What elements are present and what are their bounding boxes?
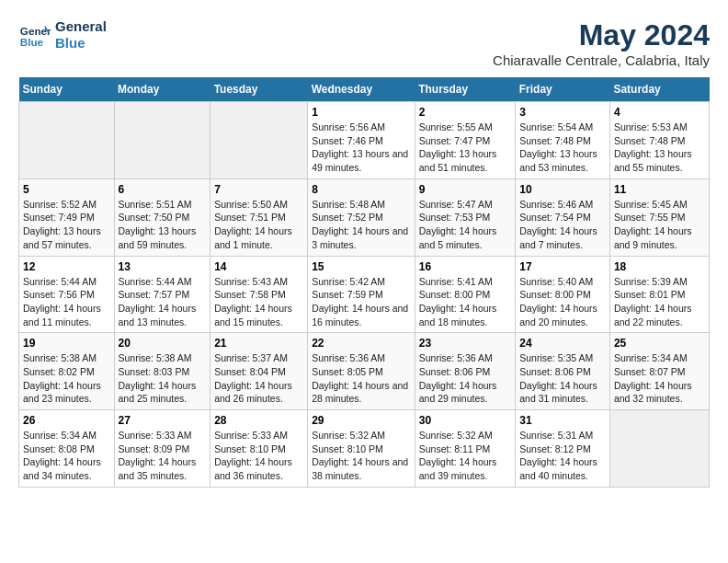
day-number: 18 [614,260,705,273]
weekday-header-wednesday: Wednesday [308,77,415,102]
calendar-day-cell: 17 Sunrise: 5:40 AMSunset: 8:00 PMDaylig… [516,256,610,333]
calendar-day-cell: 20 Sunrise: 5:38 AMSunset: 8:03 PMDaylig… [114,333,210,410]
day-info: Sunrise: 5:53 AMSunset: 7:48 PMDaylight:… [614,121,705,175]
day-number: 2 [419,106,512,119]
calendar-day-cell [114,102,210,179]
day-number: 31 [519,414,606,427]
day-info: Sunrise: 5:42 AMSunset: 7:59 PMDaylight:… [312,275,411,329]
day-number: 13 [119,260,207,273]
calendar-day-cell: 10 Sunrise: 5:46 AMSunset: 7:54 PMDaylig… [516,178,610,256]
day-info: Sunrise: 5:56 AMSunset: 7:46 PMDaylight:… [312,121,411,175]
day-info: Sunrise: 5:36 AMSunset: 8:06 PMDaylight:… [419,351,512,406]
calendar-day-cell: 19 Sunrise: 5:38 AMSunset: 8:02 PMDaylig… [19,333,115,410]
calendar-day-cell: 7 Sunrise: 5:50 AMSunset: 7:51 PMDayligh… [210,178,308,256]
logo-icon: General Blue [18,18,51,52]
day-info: Sunrise: 5:40 AMSunset: 8:00 PMDaylight:… [519,275,606,329]
day-info: Sunrise: 5:32 AMSunset: 8:11 PMDaylight:… [419,429,512,483]
day-info: Sunrise: 5:36 AMSunset: 8:05 PMDaylight:… [312,351,411,406]
day-number: 10 [519,183,606,196]
day-number: 4 [614,106,705,119]
calendar-day-cell: 13 Sunrise: 5:44 AMSunset: 7:57 PMDaylig… [114,256,210,333]
page-header: General Blue General Blue May 2024 Chiar… [18,18,710,68]
calendar-day-cell: 8 Sunrise: 5:48 AMSunset: 7:52 PMDayligh… [308,178,415,256]
day-number: 21 [214,337,303,350]
day-info: Sunrise: 5:35 AMSunset: 8:06 PMDaylight:… [519,351,606,406]
weekday-header-sunday: Sunday [19,77,115,102]
calendar-day-cell: 16 Sunrise: 5:41 AMSunset: 8:00 PMDaylig… [415,256,516,333]
day-number: 11 [614,183,705,196]
calendar-day-cell: 15 Sunrise: 5:42 AMSunset: 7:59 PMDaylig… [308,256,415,333]
day-info: Sunrise: 5:47 AMSunset: 7:53 PMDaylight:… [419,198,512,252]
calendar-week-row: 12 Sunrise: 5:44 AMSunset: 7:56 PMDaylig… [19,256,710,333]
day-number: 14 [214,260,303,273]
day-info: Sunrise: 5:46 AMSunset: 7:54 PMDaylight:… [519,198,606,252]
calendar-day-cell: 23 Sunrise: 5:36 AMSunset: 8:06 PMDaylig… [415,333,516,410]
weekday-header-friday: Friday [516,77,610,102]
calendar-week-row: 19 Sunrise: 5:38 AMSunset: 8:02 PMDaylig… [19,333,710,410]
title-block: May 2024 Chiaravalle Centrale, Calabria,… [493,18,710,68]
calendar-day-cell: 2 Sunrise: 5:55 AMSunset: 7:47 PMDayligh… [415,102,516,179]
day-info: Sunrise: 5:37 AMSunset: 8:04 PMDaylight:… [214,351,303,406]
calendar-day-cell: 21 Sunrise: 5:37 AMSunset: 8:04 PMDaylig… [210,333,308,410]
calendar-day-cell [609,410,709,488]
day-info: Sunrise: 5:51 AMSunset: 7:50 PMDaylight:… [119,198,207,252]
day-info: Sunrise: 5:32 AMSunset: 8:10 PMDaylight:… [312,429,411,483]
day-number: 1 [312,106,411,119]
logo-text-general: General [55,18,107,35]
calendar-day-cell: 4 Sunrise: 5:53 AMSunset: 7:48 PMDayligh… [609,102,709,179]
svg-text:Blue: Blue [20,36,44,48]
weekday-header-monday: Monday [114,77,210,102]
calendar-day-cell: 12 Sunrise: 5:44 AMSunset: 7:56 PMDaylig… [19,256,115,333]
calendar-title: May 2024 [493,18,710,52]
day-info: Sunrise: 5:33 AMSunset: 8:09 PMDaylight:… [119,429,207,483]
logo-text-blue: Blue [55,35,107,52]
calendar-table: SundayMondayTuesdayWednesdayThursdayFrid… [18,77,710,488]
calendar-day-cell: 31 Sunrise: 5:31 AMSunset: 8:12 PMDaylig… [516,410,610,488]
calendar-day-cell: 27 Sunrise: 5:33 AMSunset: 8:09 PMDaylig… [114,410,210,488]
day-info: Sunrise: 5:52 AMSunset: 7:49 PMDaylight:… [23,198,110,252]
day-info: Sunrise: 5:55 AMSunset: 7:47 PMDaylight:… [419,121,512,175]
day-number: 29 [312,414,411,427]
calendar-day-cell: 24 Sunrise: 5:35 AMSunset: 8:06 PMDaylig… [516,333,610,410]
day-number: 27 [119,414,207,427]
calendar-week-row: 26 Sunrise: 5:34 AMSunset: 8:08 PMDaylig… [19,410,710,488]
calendar-subtitle: Chiaravalle Centrale, Calabria, Italy [493,52,710,68]
weekday-header-saturday: Saturday [609,77,709,102]
day-info: Sunrise: 5:34 AMSunset: 8:08 PMDaylight:… [23,429,110,483]
calendar-day-cell: 11 Sunrise: 5:45 AMSunset: 7:55 PMDaylig… [609,178,709,256]
calendar-day-cell: 25 Sunrise: 5:34 AMSunset: 8:07 PMDaylig… [609,333,709,410]
day-number: 17 [519,260,606,273]
weekday-header-row: SundayMondayTuesdayWednesdayThursdayFrid… [19,77,710,102]
day-number: 12 [23,260,110,273]
day-info: Sunrise: 5:41 AMSunset: 8:00 PMDaylight:… [419,275,512,329]
day-number: 15 [312,260,411,273]
day-number: 8 [312,183,411,196]
calendar-day-cell: 30 Sunrise: 5:32 AMSunset: 8:11 PMDaylig… [415,410,516,488]
calendar-day-cell: 9 Sunrise: 5:47 AMSunset: 7:53 PMDayligh… [415,178,516,256]
day-info: Sunrise: 5:31 AMSunset: 8:12 PMDaylight:… [519,429,606,483]
day-info: Sunrise: 5:38 AMSunset: 8:03 PMDaylight:… [119,351,207,406]
day-number: 9 [419,183,512,196]
calendar-week-row: 5 Sunrise: 5:52 AMSunset: 7:49 PMDayligh… [19,178,710,256]
calendar-day-cell: 22 Sunrise: 5:36 AMSunset: 8:05 PMDaylig… [308,333,415,410]
day-number: 7 [214,183,303,196]
calendar-day-cell [210,102,308,179]
day-number: 24 [519,337,606,350]
day-info: Sunrise: 5:44 AMSunset: 7:57 PMDaylight:… [119,275,207,329]
day-number: 6 [119,183,207,196]
calendar-day-cell: 5 Sunrise: 5:52 AMSunset: 7:49 PMDayligh… [19,178,115,256]
day-number: 28 [214,414,303,427]
calendar-day-cell: 14 Sunrise: 5:43 AMSunset: 7:58 PMDaylig… [210,256,308,333]
day-info: Sunrise: 5:50 AMSunset: 7:51 PMDaylight:… [214,198,303,252]
calendar-day-cell: 3 Sunrise: 5:54 AMSunset: 7:48 PMDayligh… [516,102,610,179]
logo: General Blue General Blue [18,18,107,52]
calendar-day-cell: 26 Sunrise: 5:34 AMSunset: 8:08 PMDaylig… [19,410,115,488]
day-number: 30 [419,414,512,427]
day-info: Sunrise: 5:34 AMSunset: 8:07 PMDaylight:… [614,351,705,406]
calendar-week-row: 1 Sunrise: 5:56 AMSunset: 7:46 PMDayligh… [19,102,710,179]
calendar-day-cell: 6 Sunrise: 5:51 AMSunset: 7:50 PMDayligh… [114,178,210,256]
day-info: Sunrise: 5:43 AMSunset: 7:58 PMDaylight:… [214,275,303,329]
day-info: Sunrise: 5:33 AMSunset: 8:10 PMDaylight:… [214,429,303,483]
day-info: Sunrise: 5:45 AMSunset: 7:55 PMDaylight:… [614,198,705,252]
day-info: Sunrise: 5:54 AMSunset: 7:48 PMDaylight:… [519,121,606,175]
